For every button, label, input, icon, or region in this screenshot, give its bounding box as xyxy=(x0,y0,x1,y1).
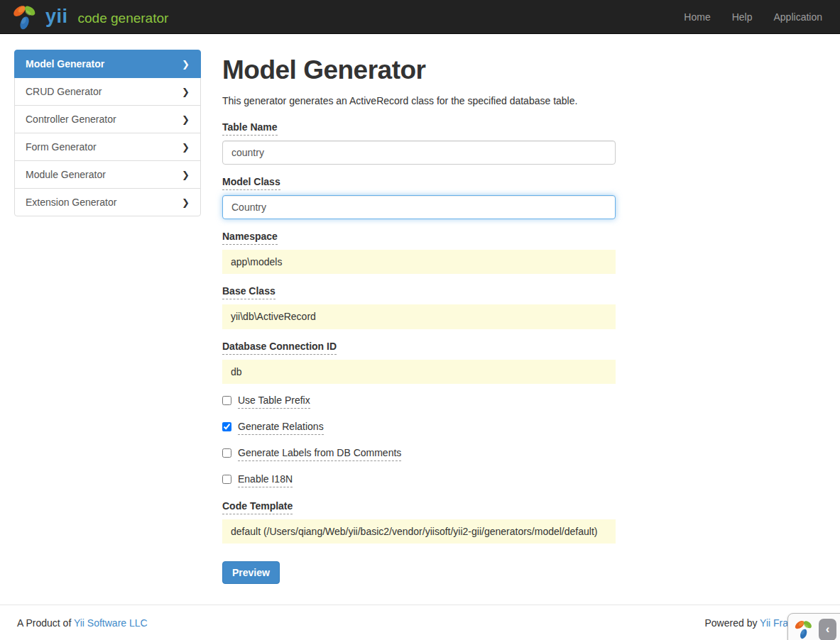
sidebar-item-label: Controller Generator xyxy=(26,114,116,125)
base-class-value[interactable]: yii\db\ActiveRecord xyxy=(222,304,616,329)
sidebar-item-label: Extension Generator xyxy=(26,197,116,208)
sidebar-item-label: CRUD Generator xyxy=(26,86,102,97)
namespace-label: Namespace xyxy=(222,231,278,245)
sidebar-item-extension-generator[interactable]: Extension Generator ❯ xyxy=(14,188,201,216)
generate-labels-checkbox[interactable] xyxy=(222,448,231,458)
model-class-label: Model Class xyxy=(222,176,280,190)
table-name-label: Table Name xyxy=(222,121,278,136)
sidebar-item-label: Form Generator xyxy=(26,141,97,153)
db-connection-label: Database Connection ID xyxy=(222,341,337,355)
chevron-right-icon: ❯ xyxy=(182,142,190,153)
sidebar-item-crud-generator[interactable]: CRUD Generator ❯ xyxy=(14,77,201,106)
chevron-right-icon: ❯ xyxy=(182,197,190,208)
yii-logo-icon xyxy=(10,2,40,32)
brand-subtitle: code generator xyxy=(78,11,169,26)
field-code-template: Code Template default (/Users/qiang/Web/… xyxy=(222,500,616,544)
table-name-input[interactable] xyxy=(222,140,616,165)
main-content: Model Generator This generator generates… xyxy=(222,50,616,584)
collapse-toolbar-button[interactable]: ‹ xyxy=(819,619,836,640)
page-body: Model Generator ❯ CRUD Generator ❯ Contr… xyxy=(0,34,840,584)
chevron-right-icon: ❯ xyxy=(182,114,190,125)
nav-link-home[interactable]: Home xyxy=(673,1,721,33)
chevron-right-icon: ❯ xyxy=(182,170,190,180)
sidebar-item-form-generator[interactable]: Form Generator ❯ xyxy=(14,133,201,161)
db-connection-value[interactable]: db xyxy=(222,360,616,384)
page-title: Model Generator xyxy=(222,55,616,85)
brand[interactable]: yii code generator xyxy=(7,2,168,32)
generate-relations-label[interactable]: Generate Relations xyxy=(238,421,324,435)
sidebar-item-controller-generator[interactable]: Controller Generator ❯ xyxy=(14,105,201,133)
navbar-links: Home Help Application xyxy=(673,1,833,33)
checkbox-generate-labels: Generate Labels from DB Comments xyxy=(222,447,616,461)
chevron-right-icon: ❯ xyxy=(182,87,190,97)
sidebar: Model Generator ❯ CRUD Generator ❯ Contr… xyxy=(14,50,201,216)
page-description: This generator generates an ActiveRecord… xyxy=(222,95,616,106)
enable-i18n-checkbox[interactable] xyxy=(222,475,231,484)
navbar: yii code generator Home Help Application xyxy=(0,0,840,34)
brand-name: yii xyxy=(45,6,68,28)
chevron-left-icon: ‹ xyxy=(826,623,830,635)
field-namespace: Namespace app\models xyxy=(222,230,616,274)
use-table-prefix-checkbox[interactable] xyxy=(222,396,231,405)
sidebar-item-module-generator[interactable]: Module Generator ❯ xyxy=(14,160,201,189)
preview-button[interactable]: Preview xyxy=(222,561,280,584)
sidebar-item-model-generator[interactable]: Model Generator ❯ xyxy=(14,50,201,78)
sidebar-item-label: Model Generator xyxy=(26,58,104,70)
model-class-input[interactable] xyxy=(222,195,616,219)
footer: A Product of Yii Software LLC Powered by… xyxy=(0,605,840,640)
code-template-label: Code Template xyxy=(222,500,293,514)
namespace-value[interactable]: app\models xyxy=(222,250,616,274)
footer-yii-software-link[interactable]: Yii Software LLC xyxy=(74,617,148,629)
nav-link-help[interactable]: Help xyxy=(721,1,763,33)
nav-link-application[interactable]: Application xyxy=(763,1,834,33)
checkbox-use-table-prefix: Use Table Prefix xyxy=(222,395,616,409)
enable-i18n-label[interactable]: Enable I18N xyxy=(238,473,293,487)
generate-labels-label[interactable]: Generate Labels from DB Comments xyxy=(238,447,401,461)
chevron-right-icon: ❯ xyxy=(182,59,190,70)
checkbox-enable-i18n: Enable I18N xyxy=(222,473,616,487)
footer-right-text: Powered by xyxy=(704,617,757,629)
yii-logo-icon xyxy=(792,618,815,640)
field-base-class: Base Class yii\db\ActiveRecord xyxy=(222,285,616,329)
footer-left-text: A Product of xyxy=(17,617,71,629)
base-class-label: Base Class xyxy=(222,285,276,299)
code-template-value[interactable]: default (/Users/qiang/Web/yii/basic2/ven… xyxy=(222,519,616,544)
generate-relations-checkbox[interactable] xyxy=(222,422,231,431)
sidebar-item-label: Module Generator xyxy=(26,169,106,180)
checkbox-generate-relations: Generate Relations xyxy=(222,421,616,435)
field-db-connection: Database Connection ID db xyxy=(222,340,616,384)
debug-toolbar-widget: ‹ xyxy=(787,613,840,640)
use-table-prefix-label[interactable]: Use Table Prefix xyxy=(238,395,310,409)
footer-left: A Product of Yii Software LLC xyxy=(17,617,148,629)
field-table-name: Table Name xyxy=(222,121,616,165)
generator-list: Model Generator ❯ CRUD Generator ❯ Contr… xyxy=(14,50,201,216)
field-model-class: Model Class xyxy=(222,175,616,219)
